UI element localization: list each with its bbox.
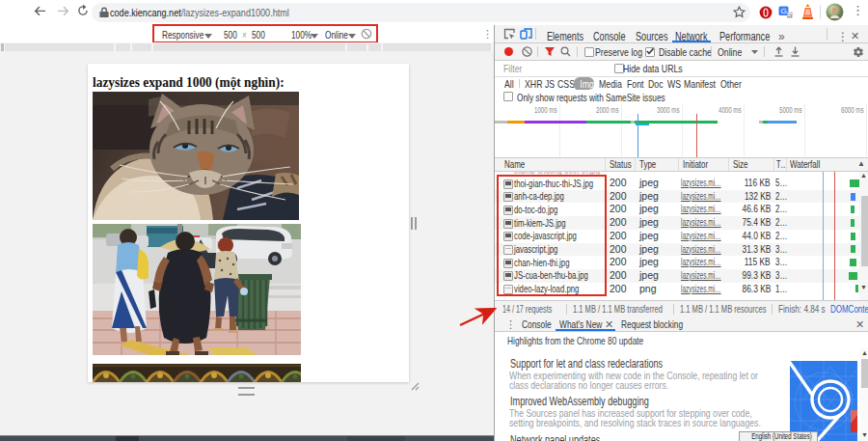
svg-text:G: G xyxy=(780,7,786,15)
